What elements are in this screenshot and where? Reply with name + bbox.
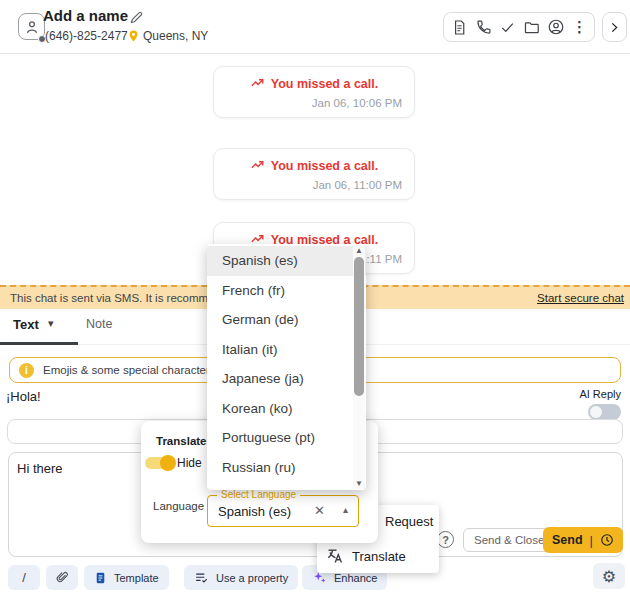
- settings-button[interactable]: ⚙: [593, 563, 625, 589]
- check-icon[interactable]: [499, 19, 516, 36]
- language-option[interactable]: Chinese (zh): [207, 482, 366, 490]
- missed-call-text: You missed a call.: [271, 77, 378, 91]
- language-select[interactable]: Select Language Spanish (es) ✕ ▴: [207, 495, 359, 527]
- slash-icon: /: [22, 570, 26, 585]
- missed-call-icon: [250, 76, 265, 91]
- language-option[interactable]: Korean (ko): [207, 394, 366, 424]
- tab-note[interactable]: Note: [86, 317, 112, 331]
- call-icon[interactable]: [475, 19, 492, 36]
- menu-item-request[interactable]: Request: [385, 514, 433, 529]
- folder-icon[interactable]: [523, 19, 540, 36]
- contact-name: Add a name: [43, 7, 128, 24]
- translate-icon: [327, 548, 343, 564]
- template-button[interactable]: Template: [84, 565, 169, 590]
- scroll-down-icon[interactable]: ▼: [353, 479, 365, 488]
- language-option[interactable]: Russian (ru): [207, 453, 366, 483]
- language-option[interactable]: Spanish (es): [207, 246, 366, 276]
- language-option[interactable]: Portuguese (pt): [207, 423, 366, 453]
- gear-icon: ⚙: [602, 567, 616, 586]
- ai-reply-toggle[interactable]: [588, 404, 621, 420]
- send-and-close-button[interactable]: Send & Close: [463, 528, 555, 552]
- more-options-icon[interactable]: ⋮: [572, 18, 587, 36]
- list-check-icon: [194, 570, 209, 585]
- missed-call-icon: [250, 158, 265, 173]
- contact-phone: (646)-825-2477: [45, 29, 128, 43]
- agent-icon[interactable]: [547, 18, 565, 36]
- ai-reply-label: AI Reply: [579, 388, 621, 400]
- missed-call-text: You missed a call.: [271, 159, 378, 173]
- collapse-panel-button[interactable]: [602, 12, 627, 42]
- hide-toggle-label: Hide: [177, 456, 202, 470]
- missed-call-card: You missed a call. Jan 06, 10:06 PM: [213, 66, 415, 118]
- missed-call-card: You missed a call. Jan 06, 11:00 PM: [213, 148, 415, 200]
- person-icon: [24, 19, 40, 35]
- help-icon[interactable]: ?: [437, 531, 454, 548]
- send-divider: |: [590, 533, 593, 548]
- language-label: Language: [153, 500, 204, 512]
- start-secure-chat-link[interactable]: Start secure chat: [531, 292, 624, 304]
- message-input-text: Hi there: [17, 461, 63, 476]
- chevron-right-icon: [608, 21, 621, 34]
- tab-text-caret-icon[interactable]: ▾: [48, 317, 54, 330]
- info-icon: i: [19, 363, 34, 378]
- language-select-floating-label: Select Language: [217, 489, 300, 500]
- schedule-send-icon[interactable]: [600, 533, 614, 547]
- active-tab-underline: [0, 342, 78, 345]
- paperclip-icon: [55, 570, 70, 585]
- send-button[interactable]: Send |: [543, 527, 623, 553]
- tab-text[interactable]: Text: [13, 317, 39, 332]
- language-select-value: Spanish (es): [218, 504, 291, 519]
- hide-toggle[interactable]: [145, 457, 174, 469]
- template-doc-icon: [94, 571, 107, 585]
- scroll-up-icon[interactable]: ▲: [353, 246, 365, 255]
- use-property-button[interactable]: Use a property: [184, 565, 298, 590]
- language-option[interactable]: Japanese (ja): [207, 364, 366, 394]
- menu-item-translate[interactable]: Translate: [327, 548, 406, 564]
- location-pin-icon: [127, 29, 140, 43]
- dropdown-scrollbar[interactable]: ▲ ▼: [353, 245, 365, 489]
- caret-up-icon[interactable]: ▴: [343, 504, 348, 515]
- clear-icon[interactable]: ✕: [314, 503, 325, 518]
- message-time: Jan 06, 11:00 PM: [313, 179, 402, 191]
- language-option[interactable]: French (fr): [207, 276, 366, 306]
- language-option[interactable]: Italian (it): [207, 335, 366, 365]
- attach-file-button[interactable]: [46, 565, 78, 590]
- message-time: Jan 06, 10:06 PM: [312, 97, 402, 109]
- summary-doc-icon[interactable]: [451, 19, 468, 36]
- language-option[interactable]: German (de): [207, 305, 366, 335]
- slash-command-button[interactable]: /: [8, 565, 40, 590]
- edit-name-icon[interactable]: [129, 10, 144, 25]
- header-actions: ⋮: [443, 12, 595, 42]
- language-dropdown: Spanish (es) French (fr) German (de) Ita…: [207, 244, 366, 490]
- incoming-message-text: ¡Hola!: [6, 389, 41, 404]
- scrollbar-thumb[interactable]: [354, 257, 364, 396]
- contact-location: Queens, NY: [143, 29, 208, 43]
- contact-header: Add a name (646)-825-2477 Queens, NY: [0, 0, 630, 54]
